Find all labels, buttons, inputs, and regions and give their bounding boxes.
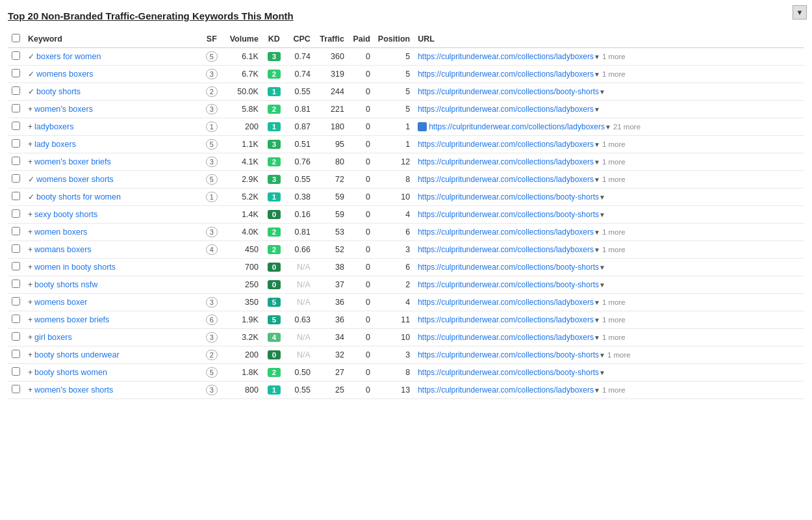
more-link[interactable]: 21 more	[613, 123, 641, 131]
url-dropdown-icon[interactable]: ▼	[594, 53, 600, 60]
select-all-checkbox[interactable]	[12, 34, 20, 42]
row-checkbox-5[interactable]	[12, 139, 20, 148]
url-dropdown-icon[interactable]: ▼	[594, 71, 600, 78]
more-link[interactable]: 1 more	[602, 228, 626, 236]
row-checkbox-10[interactable]	[12, 227, 20, 235]
row-checkbox-14[interactable]	[12, 297, 20, 306]
keyword-link[interactable]: womens boxer briefs	[34, 315, 109, 324]
row-checkbox-17[interactable]	[12, 350, 20, 358]
url-dropdown-icon[interactable]: ▼	[594, 159, 600, 166]
row-checkbox-2[interactable]	[12, 86, 20, 95]
keyword-link[interactable]: sexy booty shorts	[34, 210, 97, 219]
traffic-cell: 25	[314, 382, 348, 399]
cpc-cell: 0.55	[286, 83, 314, 101]
row-checkbox-1[interactable]	[12, 69, 20, 77]
url-link[interactable]: https://culpritunderwear.com/collections…	[418, 52, 594, 61]
keyword-link[interactable]: women's boxer briefs	[34, 157, 111, 166]
url-dropdown-icon[interactable]: ▼	[599, 281, 605, 289]
url-link[interactable]: https://culpritunderwear.com/collections…	[418, 350, 599, 359]
url-link[interactable]: https://culpritunderwear.com/collections…	[418, 245, 594, 254]
url-dropdown-icon[interactable]: ▼	[594, 176, 600, 183]
keyword-link[interactable]: girl boxers	[34, 333, 72, 342]
url-dropdown-icon[interactable]: ▼	[599, 194, 605, 201]
url-link[interactable]: https://culpritunderwear.com/collections…	[418, 210, 599, 219]
url-link[interactable]: https://culpritunderwear.com/collections…	[418, 175, 594, 184]
kd-badge: 1	[268, 87, 281, 96]
url-link[interactable]: https://culpritunderwear.com/collections…	[418, 192, 599, 202]
url-dropdown-icon[interactable]: ▼	[594, 317, 600, 324]
url-dropdown-icon[interactable]: ▼	[594, 229, 600, 236]
more-link[interactable]: 1 more	[602, 246, 626, 254]
keyword-link[interactable]: booty shorts underwear	[34, 350, 120, 359]
url-link[interactable]: https://culpritunderwear.com/collections…	[418, 333, 594, 342]
url-link[interactable]: https://culpritunderwear.com/collections…	[418, 263, 599, 272]
row-checkbox-0[interactable]	[12, 51, 20, 60]
keyword-link[interactable]: women's boxer shorts	[34, 385, 113, 395]
keyword-link[interactable]: lady boxers	[34, 140, 76, 149]
more-link[interactable]: 1 more	[602, 70, 626, 78]
url-dropdown-icon[interactable]: ▼	[599, 211, 605, 218]
url-dropdown-icon[interactable]: ▼	[594, 106, 600, 113]
keyword-link[interactable]: booty shorts women	[34, 368, 107, 377]
keyword-link[interactable]: women in booty shorts	[34, 263, 116, 272]
row-checkbox-16[interactable]	[12, 332, 20, 341]
keyword-link[interactable]: booty shorts	[36, 87, 81, 96]
row-checkbox-12[interactable]	[12, 262, 20, 270]
keyword-link[interactable]: women's boxers	[34, 105, 93, 114]
more-link[interactable]: 1 more	[602, 158, 626, 166]
url-link[interactable]: https://culpritunderwear.com/collections…	[418, 105, 594, 114]
row-checkbox-8[interactable]	[12, 192, 20, 200]
keyword-link[interactable]: womens boxer shorts	[36, 175, 114, 184]
more-link[interactable]: 1 more	[602, 140, 626, 148]
row-checkbox-6[interactable]	[12, 157, 20, 165]
keyword-link[interactable]: women boxers	[34, 228, 87, 237]
more-link[interactable]: 1 more	[602, 53, 626, 60]
dropdown-button[interactable]: ▼	[793, 5, 807, 20]
keyword-link[interactable]: womans boxers	[34, 245, 92, 254]
more-link[interactable]: 1 more	[602, 316, 626, 324]
url-link[interactable]: https://culpritunderwear.com/collections…	[429, 122, 605, 131]
row-checkbox-11[interactable]	[12, 244, 20, 253]
url-dropdown-icon[interactable]: ▼	[599, 352, 605, 359]
more-link[interactable]: 1 more	[602, 333, 626, 341]
url-link[interactable]: https://culpritunderwear.com/collections…	[418, 87, 599, 96]
keyword-link[interactable]: boxers for women	[36, 52, 101, 61]
url-dropdown-icon[interactable]: ▼	[594, 387, 600, 394]
more-link[interactable]: 1 more	[602, 176, 626, 183]
url-dropdown-icon[interactable]: ▼	[594, 141, 600, 148]
keyword-link[interactable]: womens boxers	[36, 70, 94, 79]
more-link[interactable]: 1 more	[607, 351, 631, 359]
url-link[interactable]: https://culpritunderwear.com/collections…	[418, 280, 599, 289]
url-dropdown-icon[interactable]: ▼	[605, 124, 611, 131]
url-dropdown-icon[interactable]: ▼	[599, 369, 605, 376]
more-link[interactable]: 1 more	[602, 298, 626, 306]
url-link[interactable]: https://culpritunderwear.com/collections…	[418, 298, 594, 307]
url-dropdown-icon[interactable]: ▼	[599, 88, 605, 96]
url-dropdown-icon[interactable]: ▼	[594, 299, 600, 306]
keyword-link[interactable]: booty shorts nsfw	[34, 280, 97, 289]
keyword-link[interactable]: womens boxer	[34, 298, 87, 307]
url-link[interactable]: https://culpritunderwear.com/collections…	[418, 228, 594, 237]
url-dropdown-icon[interactable]: ▼	[594, 334, 600, 341]
url-dropdown-icon[interactable]: ▼	[594, 246, 600, 254]
more-link[interactable]: 1 more	[602, 386, 626, 394]
url-dropdown-icon[interactable]: ▼	[599, 264, 605, 271]
row-checkbox-7[interactable]	[12, 174, 20, 183]
row-checkbox-9[interactable]	[12, 209, 20, 218]
paid-cell: 0	[348, 364, 374, 382]
row-checkbox-13[interactable]	[12, 280, 20, 288]
url-link[interactable]: https://culpritunderwear.com/collections…	[418, 385, 594, 395]
keyword-link[interactable]: booty shorts for women	[36, 192, 121, 202]
row-checkbox-15[interactable]	[12, 315, 20, 323]
url-link[interactable]: https://culpritunderwear.com/collections…	[418, 368, 599, 377]
traffic-cell: 53	[314, 224, 348, 241]
row-checkbox-4[interactable]	[12, 122, 20, 130]
url-link[interactable]: https://culpritunderwear.com/collections…	[418, 70, 594, 79]
row-checkbox-3[interactable]	[12, 104, 20, 112]
url-link[interactable]: https://culpritunderwear.com/collections…	[418, 315, 594, 324]
row-checkbox-18[interactable]	[12, 367, 20, 376]
url-link[interactable]: https://culpritunderwear.com/collections…	[418, 157, 594, 166]
url-link[interactable]: https://culpritunderwear.com/collections…	[418, 140, 594, 149]
keyword-link[interactable]: ladyboxers	[34, 122, 73, 131]
row-checkbox-19[interactable]	[12, 385, 20, 393]
